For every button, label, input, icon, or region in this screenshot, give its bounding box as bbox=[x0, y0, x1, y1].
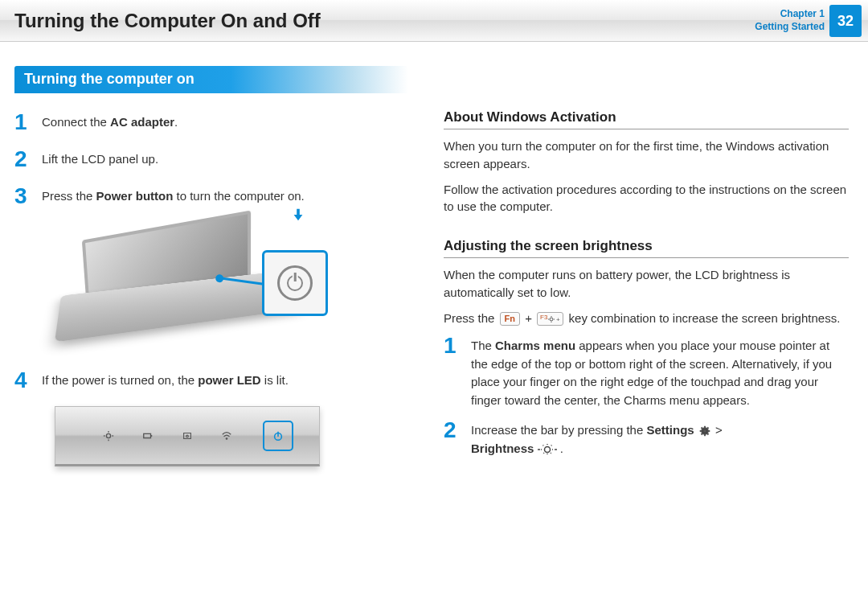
step-text: The Charms menu appears when you place y… bbox=[471, 335, 849, 409]
step-text: Lift the LCD panel up. bbox=[42, 148, 158, 170]
right-column: About Windows Activation When you turn t… bbox=[444, 66, 849, 467]
activation-p2: Follow the activation procedures accordi… bbox=[444, 181, 849, 216]
press-arrow-icon bbox=[291, 207, 305, 222]
page-header: Turning the Computer On and Off Chapter … bbox=[0, 0, 868, 42]
power-button-icon bbox=[277, 265, 313, 301]
svg-rect-6 bbox=[151, 435, 153, 437]
svg-line-21 bbox=[542, 445, 544, 446]
step-4: 4 If the power is turned on, the power L… bbox=[14, 369, 420, 392]
brightness-sun-icon bbox=[538, 442, 557, 457]
step-number: 2 bbox=[444, 419, 471, 458]
page-number-badge: 32 bbox=[829, 5, 862, 37]
svg-point-16 bbox=[544, 446, 550, 452]
svg-line-22 bbox=[551, 453, 552, 454]
wireless-led-icon bbox=[221, 430, 232, 441]
step-1: 1 Connect the AC adapter. bbox=[14, 111, 420, 133]
laptop-illustration bbox=[47, 222, 328, 355]
battery-led-icon bbox=[142, 430, 154, 441]
brightness-key-combo: Press the Fn + F3+ key combination to in… bbox=[444, 310, 849, 327]
settings-gear-icon bbox=[698, 424, 712, 438]
step-text: Press the Power button to turn the compu… bbox=[42, 185, 305, 207]
fn-key-icon: Fn bbox=[500, 312, 520, 326]
chapter-line-1: Chapter 1 bbox=[755, 8, 825, 21]
svg-text:+: + bbox=[556, 316, 560, 323]
header-right: Chapter 1 Getting Started 32 bbox=[755, 0, 868, 42]
step-text: Connect the AC adapter. bbox=[42, 111, 178, 133]
step-number: 2 bbox=[14, 148, 42, 170]
page-title: Turning the Computer On and Off bbox=[14, 10, 321, 32]
step-text: Increase the bar by pressing the Setting… bbox=[471, 419, 723, 458]
power-button-callout bbox=[262, 250, 328, 316]
step-3: 3 Press the Power button to turn the com… bbox=[14, 185, 420, 207]
svg-point-10 bbox=[550, 318, 553, 321]
activation-heading: About Windows Activation bbox=[444, 109, 849, 129]
step-number: 4 bbox=[14, 369, 42, 392]
chapter-line-2: Getting Started bbox=[755, 21, 825, 34]
svg-point-0 bbox=[106, 433, 110, 437]
step-number: 1 bbox=[444, 335, 471, 409]
section-heading-banner: Turning the computer on bbox=[14, 66, 408, 93]
f3-brightness-key-icon: F3+ bbox=[537, 312, 563, 326]
step-number: 3 bbox=[14, 185, 42, 207]
chapter-info: Chapter 1 Getting Started bbox=[755, 8, 825, 33]
svg-point-7 bbox=[226, 437, 228, 440]
power-led-icon bbox=[272, 430, 284, 441]
svg-line-24 bbox=[542, 453, 544, 454]
step-2: 2 Lift the LCD panel up. bbox=[14, 148, 420, 170]
brightness-heading: Adjusting the screen brightness bbox=[444, 238, 849, 258]
disk-led-icon bbox=[182, 430, 193, 441]
step-text: If the power is turned on, the power LED… bbox=[42, 369, 289, 392]
power-led-highlight bbox=[263, 421, 293, 451]
svg-line-23 bbox=[551, 445, 552, 446]
led-strip-illustration bbox=[55, 406, 320, 466]
right-step-2: 2 Increase the bar by pressing the Setti… bbox=[444, 419, 849, 458]
brightness-p1: When the computer runs on battery power,… bbox=[444, 266, 849, 302]
svg-rect-5 bbox=[144, 433, 151, 437]
activation-p1: When you turn the computer on for the fi… bbox=[444, 138, 849, 173]
left-column: Turning the computer on 1 Connect the AC… bbox=[14, 66, 420, 467]
brightness-led-icon bbox=[103, 430, 114, 441]
step-number: 1 bbox=[14, 111, 42, 133]
right-step-1: 1 The Charms menu appears when you place… bbox=[444, 335, 849, 409]
